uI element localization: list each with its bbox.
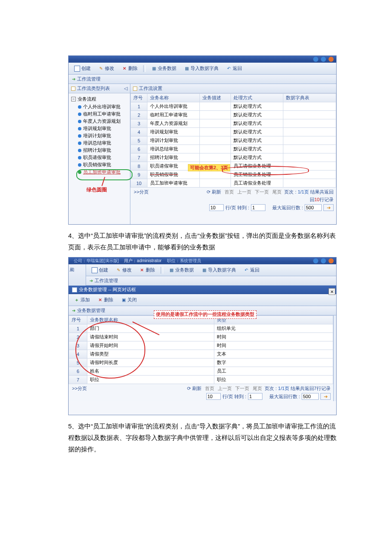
edit-button[interactable]: ✎修改 bbox=[96, 64, 116, 72]
table-row[interactable]: 4请假类型文本 bbox=[69, 350, 333, 358]
cell: 默认处理方式 bbox=[231, 111, 283, 119]
cell bbox=[283, 111, 336, 119]
table-row[interactable]: 7招聘计划审批默认处理方式 bbox=[131, 153, 336, 162]
table-row[interactable]: 8职员请假审批员工请假业务处理 bbox=[131, 162, 336, 171]
tree-item[interactable]: 个人外出培训审批 bbox=[78, 103, 128, 110]
scrollbar-right[interactable] bbox=[333, 315, 336, 401]
table-row[interactable]: 3年度人力资源规划默认处理方式 bbox=[131, 119, 336, 128]
help-icon[interactable] bbox=[321, 258, 326, 263]
back-button[interactable]: ↶返回 bbox=[242, 266, 262, 274]
close-button[interactable]: ▣关闭 bbox=[119, 296, 139, 304]
tree-item[interactable]: 员工加班申请审批 bbox=[78, 168, 128, 176]
importdict-button[interactable]: ▦导入数据字典 bbox=[182, 64, 221, 72]
next-link[interactable]: 下一页 bbox=[254, 189, 270, 195]
goto-page-input[interactable] bbox=[251, 204, 265, 211]
tree-item[interactable]: 临时用工申请审批 bbox=[78, 110, 128, 118]
cell: 临时用工申请审批 bbox=[147, 111, 200, 119]
bizdata-button[interactable]: ▦业务数据 bbox=[167, 266, 196, 274]
tree-root[interactable]: − 业务流程 bbox=[71, 95, 128, 103]
table-row[interactable]: 5培训计划审批默认处理方式 bbox=[131, 136, 336, 145]
next-link[interactable]: 下一页 bbox=[234, 385, 250, 392]
expand-icon[interactable]: − bbox=[71, 97, 76, 101]
cell: 请假结束时间 bbox=[87, 333, 214, 341]
goto-page-input[interactable] bbox=[248, 393, 262, 400]
importdict-button[interactable]: ▦导入数据字典 bbox=[199, 266, 238, 274]
delete-icon: ✕ bbox=[98, 298, 103, 303]
rows-per-page-label: 行/页 转到 : bbox=[225, 205, 249, 211]
tree-item[interactable]: 培训规划审批 bbox=[78, 125, 128, 132]
new-button[interactable]: 创建 bbox=[89, 266, 110, 274]
tree-item[interactable]: 职员销假审批 bbox=[78, 161, 128, 168]
rows-per-page-input[interactable] bbox=[209, 204, 224, 211]
minimize-icon[interactable] bbox=[313, 258, 318, 263]
table-row[interactable]: 10员工加班申请审批员工请假业务处理 bbox=[131, 179, 336, 188]
prev-link[interactable]: 上一页 bbox=[217, 385, 233, 392]
split-link[interactable]: >>分页 bbox=[133, 189, 150, 195]
tree-item[interactable]: 培训总结审批 bbox=[78, 139, 128, 147]
new-button[interactable]: 创建 bbox=[72, 64, 93, 72]
max-rows-input[interactable] bbox=[302, 393, 319, 400]
col-dict: 数据字典表 bbox=[283, 94, 336, 102]
subtitle-text: 工作流管理 bbox=[77, 76, 101, 82]
first-link[interactable]: 首页 bbox=[224, 189, 235, 195]
table-row[interactable]: 1个人外出培训审批默认处理方式 bbox=[131, 102, 336, 111]
rows-per-page-input[interactable] bbox=[206, 393, 221, 400]
edit-button[interactable]: ✎修改 bbox=[114, 266, 134, 274]
table-row[interactable]: 1部门组织单元 bbox=[69, 324, 333, 333]
cell: 3 bbox=[131, 119, 147, 128]
tree-item[interactable]: 招聘计划审批 bbox=[78, 147, 128, 154]
close-window-icon[interactable] bbox=[329, 258, 334, 263]
cell bbox=[283, 119, 336, 128]
cell bbox=[200, 102, 231, 111]
table-row[interactable]: 6姓名员工 bbox=[69, 367, 333, 376]
paragraph-4: 4、选中“员工加班申请审批”的流程类别，点击“业务数据”按钮，弹出的页面是业务数… bbox=[68, 230, 337, 253]
cell: 员工请假业务处理 bbox=[231, 179, 283, 188]
delete-button[interactable]: ✕删除 bbox=[120, 64, 140, 72]
go-button[interactable]: ➔ bbox=[320, 393, 331, 400]
table-row[interactable]: 2请假结束时间时间 bbox=[69, 333, 333, 341]
table-row[interactable]: 4培训规划审批默认处理方式 bbox=[131, 128, 336, 136]
minimize-icon[interactable] bbox=[313, 57, 318, 62]
close-window-icon[interactable] bbox=[329, 57, 334, 62]
refresh-link[interactable]: ⟳ 刷新 bbox=[186, 385, 202, 392]
delete-button[interactable]: ✕删除 bbox=[95, 296, 115, 304]
tree-item[interactable]: 培训计划审批 bbox=[78, 132, 128, 139]
delete-button[interactable]: ✕删除 bbox=[137, 266, 157, 274]
pager: >>分页 ⟳ 刷新 首页 上一页 下一页 尾页 页次 : 1/1页 结果共返回 … bbox=[130, 188, 336, 212]
help-icon[interactable] bbox=[321, 57, 326, 62]
col-no: 序号 bbox=[69, 316, 87, 324]
spacer bbox=[69, 401, 336, 413]
bizdata-button[interactable]: ▦业务数据 bbox=[149, 64, 179, 72]
cell: 1 bbox=[69, 324, 87, 333]
table-row[interactable]: 7职位职位 bbox=[69, 376, 333, 384]
last-link[interactable]: 尾页 bbox=[271, 189, 282, 195]
table-row[interactable]: 2临时用工申请审批默认处理方式 bbox=[131, 111, 336, 119]
collapse-icon[interactable]: ◁ bbox=[124, 86, 127, 91]
refresh-link[interactable]: ⟳ 刷新 bbox=[206, 189, 222, 195]
tree-item[interactable]: 职员请假审批 bbox=[78, 154, 128, 161]
table-row[interactable]: 5请假时间长度数字 bbox=[69, 358, 333, 367]
tree-item[interactable]: 年度人力资源规划 bbox=[78, 118, 128, 125]
add-icon: ＋ bbox=[74, 298, 79, 303]
callout-bizdata-note: 使用的是请假工作流中的一些流程业务数据类型 bbox=[154, 310, 257, 319]
dialog-close-button[interactable]: ✕ bbox=[329, 288, 335, 295]
max-rows-input[interactable] bbox=[305, 204, 322, 211]
back-button[interactable]: ↶返回 bbox=[224, 64, 244, 72]
prev-link[interactable]: 上一页 bbox=[236, 189, 252, 195]
delete-label: 删除 bbox=[146, 267, 155, 273]
tree-item-label: 个人外出培训审批 bbox=[83, 104, 121, 110]
cell bbox=[283, 171, 336, 179]
go-button[interactable]: ➔ bbox=[323, 204, 334, 211]
table-row[interactable]: 3请假开始时间时间 bbox=[69, 341, 333, 350]
add-button[interactable]: ＋添加 bbox=[72, 296, 92, 304]
first-link[interactable]: 首页 bbox=[204, 385, 215, 392]
max-rows-label: 最大返回行数 : bbox=[269, 393, 300, 400]
table-row[interactable]: 9职员销假审批员工销假业务处理 bbox=[131, 171, 336, 179]
col-mode: 处理方式 bbox=[231, 94, 283, 102]
cell: 培训计划审批 bbox=[147, 136, 200, 145]
last-link[interactable]: 尾页 bbox=[252, 385, 263, 392]
split-link[interactable]: >>分页 bbox=[71, 385, 88, 392]
table-row[interactable]: 6培训总结审批默认处理方式 bbox=[131, 145, 336, 153]
node-icon bbox=[78, 171, 81, 174]
grid-title: 工作流设置 bbox=[139, 85, 162, 92]
